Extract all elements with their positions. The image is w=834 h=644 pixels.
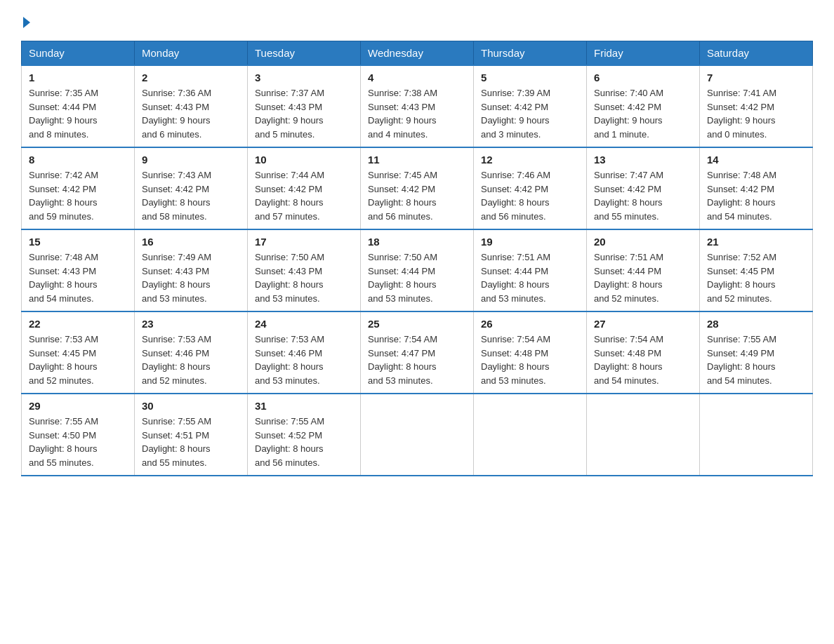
day-info: Sunrise: 7:43 AMSunset: 4:42 PMDaylight:… [142, 168, 240, 223]
day-number: 14 [707, 154, 805, 166]
day-number: 28 [707, 318, 805, 330]
day-number: 15 [29, 236, 127, 248]
calendar-cell: 2 Sunrise: 7:36 AMSunset: 4:43 PMDayligh… [135, 65, 248, 147]
day-info: Sunrise: 7:48 AMSunset: 4:43 PMDaylight:… [29, 250, 127, 305]
calendar-cell: 10 Sunrise: 7:44 AMSunset: 4:42 PMDaylig… [248, 147, 361, 229]
day-info: Sunrise: 7:41 AMSunset: 4:42 PMDaylight:… [707, 86, 805, 141]
day-number: 29 [29, 400, 127, 412]
calendar-cell [474, 394, 587, 476]
day-info: Sunrise: 7:54 AMSunset: 4:47 PMDaylight:… [368, 333, 466, 387]
day-info: Sunrise: 7:50 AMSunset: 4:44 PMDaylight:… [368, 250, 466, 305]
calendar-cell: 4 Sunrise: 7:38 AMSunset: 4:43 PMDayligh… [361, 65, 474, 147]
day-number: 12 [481, 154, 579, 166]
day-number: 2 [142, 72, 240, 83]
day-info: Sunrise: 7:51 AMSunset: 4:44 PMDaylight:… [481, 250, 579, 305]
calendar-cell: 11 Sunrise: 7:45 AMSunset: 4:42 PMDaylig… [361, 147, 474, 229]
day-number: 4 [368, 72, 466, 83]
day-info: Sunrise: 7:46 AMSunset: 4:42 PMDaylight:… [481, 168, 579, 223]
calendar-header-saturday: Saturday [700, 41, 813, 66]
day-number: 19 [481, 236, 579, 248]
day-info: Sunrise: 7:55 AMSunset: 4:50 PMDaylight:… [29, 415, 127, 469]
calendar-cell: 18 Sunrise: 7:50 AMSunset: 4:44 PMDaylig… [361, 229, 474, 311]
calendar-table: SundayMondayTuesdayWednesdayThursdayFrid… [21, 41, 813, 476]
day-info: Sunrise: 7:55 AMSunset: 4:51 PMDaylight:… [142, 415, 240, 469]
calendar-cell: 24 Sunrise: 7:53 AMSunset: 4:46 PMDaylig… [248, 311, 361, 394]
day-info: Sunrise: 7:51 AMSunset: 4:44 PMDaylight:… [594, 250, 692, 305]
day-info: Sunrise: 7:52 AMSunset: 4:45 PMDaylight:… [707, 250, 805, 305]
day-number: 3 [255, 72, 353, 83]
calendar-cell: 12 Sunrise: 7:46 AMSunset: 4:42 PMDaylig… [474, 147, 587, 229]
calendar-cell: 29 Sunrise: 7:55 AMSunset: 4:50 PMDaylig… [22, 394, 135, 476]
calendar-cell: 19 Sunrise: 7:51 AMSunset: 4:44 PMDaylig… [474, 229, 587, 311]
day-number: 7 [707, 72, 805, 83]
logo [21, 14, 30, 28]
day-number: 11 [368, 154, 466, 166]
calendar-cell: 20 Sunrise: 7:51 AMSunset: 4:44 PMDaylig… [587, 229, 700, 311]
calendar-cell [361, 394, 474, 476]
day-number: 27 [594, 318, 692, 330]
calendar-cell: 1 Sunrise: 7:35 AMSunset: 4:44 PMDayligh… [22, 65, 135, 147]
calendar-cell: 23 Sunrise: 7:53 AMSunset: 4:46 PMDaylig… [135, 311, 248, 394]
day-info: Sunrise: 7:44 AMSunset: 4:42 PMDaylight:… [255, 168, 353, 223]
page-header [21, 14, 813, 28]
calendar-cell: 31 Sunrise: 7:55 AMSunset: 4:52 PMDaylig… [248, 394, 361, 476]
day-info: Sunrise: 7:50 AMSunset: 4:43 PMDaylight:… [255, 250, 353, 305]
calendar-week-row: 15 Sunrise: 7:48 AMSunset: 4:43 PMDaylig… [22, 229, 813, 311]
day-info: Sunrise: 7:55 AMSunset: 4:52 PMDaylight:… [255, 415, 353, 469]
calendar-header-monday: Monday [135, 41, 248, 66]
day-number: 10 [255, 154, 353, 166]
calendar-cell: 21 Sunrise: 7:52 AMSunset: 4:45 PMDaylig… [700, 229, 813, 311]
calendar-week-row: 29 Sunrise: 7:55 AMSunset: 4:50 PMDaylig… [22, 394, 813, 476]
day-number: 5 [481, 72, 579, 83]
day-info: Sunrise: 7:36 AMSunset: 4:43 PMDaylight:… [142, 86, 240, 141]
day-number: 6 [594, 72, 692, 83]
calendar-cell [700, 394, 813, 476]
day-number: 17 [255, 236, 353, 248]
calendar-week-row: 1 Sunrise: 7:35 AMSunset: 4:44 PMDayligh… [22, 65, 813, 147]
calendar-cell: 7 Sunrise: 7:41 AMSunset: 4:42 PMDayligh… [700, 65, 813, 147]
calendar-cell: 3 Sunrise: 7:37 AMSunset: 4:43 PMDayligh… [248, 65, 361, 147]
day-info: Sunrise: 7:54 AMSunset: 4:48 PMDaylight:… [594, 333, 692, 387]
day-info: Sunrise: 7:39 AMSunset: 4:42 PMDaylight:… [481, 86, 579, 141]
day-info: Sunrise: 7:42 AMSunset: 4:42 PMDaylight:… [29, 168, 127, 223]
calendar-header-thursday: Thursday [474, 41, 587, 66]
calendar-cell: 13 Sunrise: 7:47 AMSunset: 4:42 PMDaylig… [587, 147, 700, 229]
calendar-cell: 28 Sunrise: 7:55 AMSunset: 4:49 PMDaylig… [700, 311, 813, 394]
calendar-cell: 14 Sunrise: 7:48 AMSunset: 4:42 PMDaylig… [700, 147, 813, 229]
day-number: 20 [594, 236, 692, 248]
calendar-header-friday: Friday [587, 41, 700, 66]
day-number: 23 [142, 318, 240, 330]
calendar-cell: 8 Sunrise: 7:42 AMSunset: 4:42 PMDayligh… [22, 147, 135, 229]
logo-arrow-icon [23, 17, 30, 28]
day-number: 30 [142, 400, 240, 412]
calendar-header-row: SundayMondayTuesdayWednesdayThursdayFrid… [22, 41, 813, 66]
calendar-cell: 30 Sunrise: 7:55 AMSunset: 4:51 PMDaylig… [135, 394, 248, 476]
calendar-cell: 26 Sunrise: 7:54 AMSunset: 4:48 PMDaylig… [474, 311, 587, 394]
calendar-cell: 17 Sunrise: 7:50 AMSunset: 4:43 PMDaylig… [248, 229, 361, 311]
day-info: Sunrise: 7:40 AMSunset: 4:42 PMDaylight:… [594, 86, 692, 141]
day-number: 8 [29, 154, 127, 166]
day-info: Sunrise: 7:47 AMSunset: 4:42 PMDaylight:… [594, 168, 692, 223]
day-number: 31 [255, 400, 353, 412]
day-number: 22 [29, 318, 127, 330]
day-info: Sunrise: 7:45 AMSunset: 4:42 PMDaylight:… [368, 168, 466, 223]
calendar-header-tuesday: Tuesday [248, 41, 361, 66]
day-info: Sunrise: 7:53 AMSunset: 4:45 PMDaylight:… [29, 333, 127, 387]
calendar-cell: 25 Sunrise: 7:54 AMSunset: 4:47 PMDaylig… [361, 311, 474, 394]
day-number: 24 [255, 318, 353, 330]
day-number: 1 [29, 72, 127, 83]
calendar-cell: 22 Sunrise: 7:53 AMSunset: 4:45 PMDaylig… [22, 311, 135, 394]
day-info: Sunrise: 7:53 AMSunset: 4:46 PMDaylight:… [142, 333, 240, 387]
calendar-cell: 27 Sunrise: 7:54 AMSunset: 4:48 PMDaylig… [587, 311, 700, 394]
calendar-cell: 15 Sunrise: 7:48 AMSunset: 4:43 PMDaylig… [22, 229, 135, 311]
day-info: Sunrise: 7:37 AMSunset: 4:43 PMDaylight:… [255, 86, 353, 141]
calendar-cell [587, 394, 700, 476]
day-number: 13 [594, 154, 692, 166]
calendar-header-wednesday: Wednesday [361, 41, 474, 66]
day-info: Sunrise: 7:54 AMSunset: 4:48 PMDaylight:… [481, 333, 579, 387]
day-number: 18 [368, 236, 466, 248]
day-number: 21 [707, 236, 805, 248]
day-number: 26 [481, 318, 579, 330]
day-info: Sunrise: 7:49 AMSunset: 4:43 PMDaylight:… [142, 250, 240, 305]
calendar-cell: 16 Sunrise: 7:49 AMSunset: 4:43 PMDaylig… [135, 229, 248, 311]
